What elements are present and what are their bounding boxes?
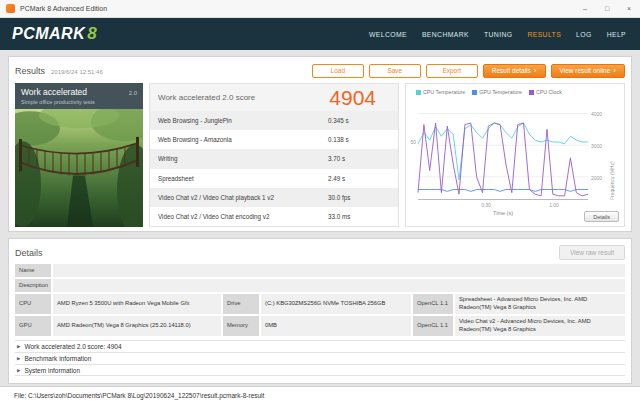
right-axis-label: Frequency (MHz) — [609, 104, 615, 200]
logo-text: PCMARK — [12, 25, 85, 43]
nav-item[interactable]: LOG — [576, 31, 592, 38]
expand-row-label: System information — [24, 367, 80, 374]
legend-item: GPU Temperature — [472, 89, 522, 95]
export-button[interactable]: Export — [426, 64, 478, 78]
details-title: Details — [15, 248, 43, 258]
legend-label: CPU Temperature — [423, 89, 465, 95]
file-path: File: C:\Users\zoh\Documents\PCMark 8\Lo… — [14, 392, 264, 399]
test-subtitle: Simple office productivity tests — [21, 99, 137, 105]
details-header: Details View raw result — [15, 244, 625, 261]
nav-item[interactable]: TUNING — [484, 31, 512, 38]
results-actions: Load Save Export Result details › View r… — [312, 64, 625, 78]
legend-swatch — [472, 90, 477, 95]
test-card: Work accelerated 2.0 Simple office produ… — [15, 83, 143, 227]
result-details-button[interactable]: Result details › — [483, 64, 546, 78]
spec-label-2: Drive — [223, 294, 259, 314]
chevron-right-icon: ▶ — [17, 368, 20, 373]
details-panel: Details View raw result Name Description… — [8, 238, 632, 384]
score-row: Video Chat v2 / Video Chat encoding v2 3… — [150, 207, 398, 226]
legend-item: CPU Clock — [529, 89, 562, 95]
nav-item[interactable]: BENCHMARK — [422, 31, 469, 38]
results-cards: Work accelerated 2.0 Simple office produ… — [15, 83, 625, 227]
nav-item[interactable]: RESULTS — [527, 31, 561, 38]
nav-item[interactable]: WELCOME — [369, 31, 407, 38]
spec-label-1: GPU — [15, 316, 51, 336]
legend-swatch — [416, 90, 421, 95]
results-title: Results — [15, 66, 45, 76]
chart-card: CPU Temperature GPU Temperature CPU Cloc… — [405, 83, 625, 227]
chart-legend: CPU Temperature GPU Temperature CPU Cloc… — [406, 89, 624, 95]
legend-swatch — [529, 90, 534, 95]
spec-rows: CPU AMD Ryzen 5 3500U with Radeon Vega M… — [15, 294, 625, 336]
expand-row[interactable]: ▶ Benchmark information — [15, 352, 625, 364]
test-card-header: Work accelerated 2.0 Simple office produ… — [15, 83, 143, 109]
results-timestamp: 2019/6/24 12:51:46 — [51, 69, 103, 75]
status-bar: File: C:\Users\zoh\Documents\PCMark 8\Lo… — [0, 386, 640, 404]
save-button[interactable]: Save — [369, 64, 421, 78]
score-card: Work accelerated 2.0 score 4904 Web Brow… — [149, 83, 399, 227]
score-row-value: 0.138 s — [328, 136, 390, 143]
close-button[interactable]: × — [618, 0, 640, 17]
spec-row: GPU AMD Radeon(TM) Vega 8 Graphics (25.2… — [15, 316, 625, 336]
test-version: 2.0 — [129, 90, 137, 96]
nav-item[interactable]: HELP — [607, 31, 626, 38]
legend-item: CPU Temperature — [416, 89, 465, 95]
right-axis-ticks: 200030004000 — [591, 104, 607, 200]
window-title: PCMark 8 Advanced Edition — [20, 5, 107, 12]
app-icon — [6, 4, 15, 13]
score-rows: Web Browsing - JunglePin 0.345 s Web Bro… — [150, 111, 398, 226]
view-result-online-button[interactable]: View result online › — [551, 64, 626, 78]
score-row-label: Spreadsheet — [158, 175, 328, 182]
right-axis-tick: 3000 — [591, 143, 602, 149]
chevron-right-icon: ▶ — [17, 356, 20, 361]
right-axis-tick: 4000 — [591, 111, 602, 117]
spec-value-2: 0MB — [261, 316, 411, 336]
results-header: Results 2019/6/24 12:51:46 Load Save Exp… — [15, 62, 625, 79]
x-axis-tick: 1:00 — [549, 202, 559, 208]
pcmark-logo: PCMARK 8 — [12, 24, 97, 44]
minimize-button[interactable]: – — [574, 0, 596, 17]
right-axis-tick: 2000 — [591, 175, 602, 181]
score-row: Spreadsheet 2.49 s — [150, 169, 398, 188]
expand-row-label: Work accelerated 2.0 score: 4904 — [24, 343, 121, 350]
score-row: Writing 3.70 s — [150, 149, 398, 168]
description-label: Description — [15, 279, 51, 292]
result-details-label: Result details — [492, 67, 531, 74]
score-row-label: Video Chat v2 / Video Chat playback 1 v2 — [158, 194, 328, 201]
score-band: Work accelerated 2.0 score 4904 — [150, 84, 398, 111]
expand-row-label: Benchmark information — [24, 355, 91, 362]
details-info-table: Name Description CPU AMD Ryzen 5 3500U w… — [15, 264, 625, 336]
score-row: Web Browsing - JunglePin 0.345 s — [150, 111, 398, 130]
chevron-right-icon: ▶ — [17, 344, 20, 349]
expand-row[interactable]: ▶ System information — [15, 364, 625, 376]
titlebar: PCMark 8 Advanced Edition – □ × — [0, 0, 640, 18]
legend-label: CPU Clock — [536, 89, 562, 95]
score-row-value: 3.70 s — [328, 155, 390, 162]
view-result-online-label: View result online — [560, 67, 611, 74]
chart-details-button[interactable]: Details — [584, 211, 619, 222]
maximize-button[interactable]: □ — [596, 0, 618, 17]
name-label: Name — [15, 264, 51, 277]
left-axis-tick: 50 — [410, 139, 416, 145]
view-raw-result-button[interactable]: View raw result — [559, 245, 625, 260]
spec-label-3: OpenCL 1.1 — [413, 316, 453, 336]
score-row-value: 2.49 s — [328, 175, 390, 182]
load-button[interactable]: Load — [312, 64, 364, 78]
score-row-label: Video Chat v2 / Video Chat encoding v2 — [158, 213, 328, 220]
test-photo — [15, 109, 143, 227]
spec-label-3: OpenCL 1.1 — [413, 294, 453, 314]
spec-label-1: CPU — [15, 294, 51, 314]
score-row-value: 0.345 s — [328, 117, 390, 124]
spec-row: CPU AMD Ryzen 5 3500U with Radeon Vega M… — [15, 294, 625, 314]
description-row: Description — [15, 279, 625, 292]
expand-rows: ▶ Work accelerated 2.0 score: 4904 ▶ Ben… — [15, 340, 625, 376]
score-title: Work accelerated 2.0 score — [158, 93, 255, 102]
logo-badge-8: 8 — [87, 24, 96, 44]
score-row-value: 30.0 fps — [328, 194, 390, 201]
expand-row[interactable]: ▶ Work accelerated 2.0 score: 4904 — [15, 340, 625, 352]
description-value — [53, 279, 625, 292]
score-row: Video Chat v2 / Video Chat playback 1 v2… — [150, 188, 398, 207]
chevron-right-icon: › — [534, 67, 537, 75]
score-row-value: 33.0 ms — [328, 213, 390, 220]
spec-value-1: AMD Radeon(TM) Vega 8 Graphics (25.20.14… — [53, 316, 221, 336]
